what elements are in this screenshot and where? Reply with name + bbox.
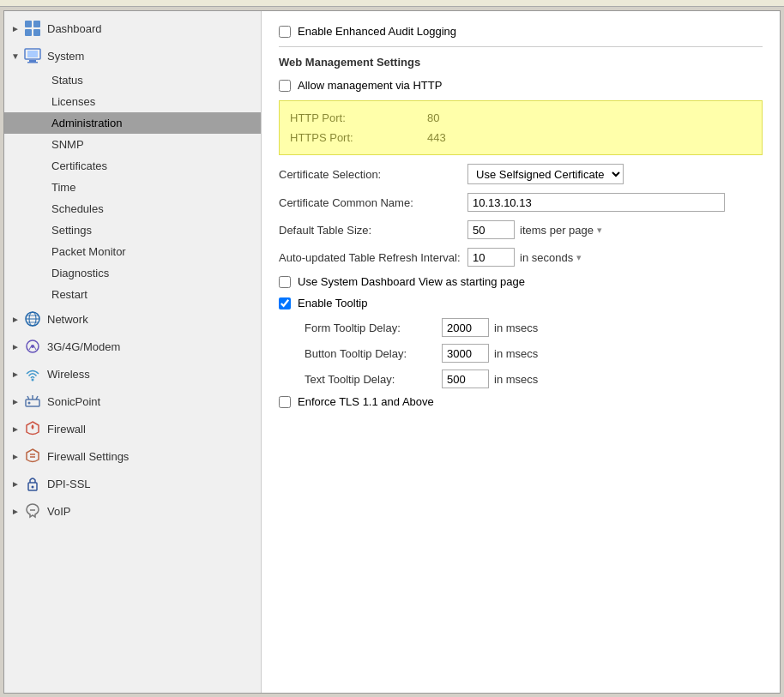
cert-selection-dropdown[interactable]: Use Selfsigned Certificate Use Custom Ce… xyxy=(467,164,624,184)
dpi-ssl-icon xyxy=(23,474,42,493)
svg-rect-7 xyxy=(27,62,38,63)
modem-arrow: ► xyxy=(11,342,20,351)
http-port-value: 80 xyxy=(427,111,439,124)
wireless-icon xyxy=(23,364,42,383)
text-tooltip-delay-row: Text Tooltip Delay: in msecs xyxy=(305,370,763,388)
svg-rect-16 xyxy=(26,400,39,406)
dashboard-label: Dashboard xyxy=(47,22,102,35)
table-size-input[interactable] xyxy=(467,220,515,239)
sidebar-item-restart[interactable]: Restart xyxy=(4,284,261,305)
sidebar-item-wireless[interactable]: ► Wireless xyxy=(4,360,261,388)
snmp-label: SNMP xyxy=(51,138,84,151)
enforce-tls-label[interactable]: Enforce TLS 1.1 and Above xyxy=(298,395,434,408)
dashboard-arrow: ► xyxy=(11,24,20,33)
sidebar-item-system[interactable]: ▼ System xyxy=(4,42,261,69)
svg-point-24 xyxy=(32,486,34,489)
settings-label: Settings xyxy=(51,224,92,237)
wireless-label: Wireless xyxy=(47,368,90,381)
table-refresh-row: Auto-updated Table Refresh Interval: in … xyxy=(279,248,763,267)
sidebar-item-administration[interactable]: Administration xyxy=(4,112,261,134)
svg-point-27 xyxy=(33,509,35,511)
sidebar-item-diagnostics[interactable]: Diagnostics xyxy=(4,262,261,284)
sidebar-item-firewall[interactable]: ► Firewall xyxy=(4,415,261,442)
audit-logging-checkbox[interactable] xyxy=(279,26,291,38)
licenses-label: Licenses xyxy=(51,95,95,108)
firewall-settings-label: Firewall Settings xyxy=(47,450,129,463)
enable-tooltip-checkbox[interactable] xyxy=(279,297,291,309)
http-port-label: HTTP Port: xyxy=(290,111,427,124)
button-tooltip-delay-input[interactable] xyxy=(442,344,489,363)
svg-rect-5 xyxy=(27,51,38,57)
sidebar-item-schedules[interactable]: Schedules xyxy=(4,198,261,219)
svg-rect-1 xyxy=(33,21,40,27)
schedules-label: Schedules xyxy=(51,202,104,215)
table-refresh-label: Auto-updated Table Refresh Interval: xyxy=(279,251,467,264)
tooltip-sub-settings: Form Tooltip Delay: in msecs Button Tool… xyxy=(305,318,763,388)
time-label: Time xyxy=(51,181,75,194)
audit-logging-row: Enable Enhanced Audit Logging xyxy=(279,25,763,38)
audit-logging-label[interactable]: Enable Enhanced Audit Logging xyxy=(298,25,456,38)
cert-common-name-label: Certificate Common Name: xyxy=(279,196,467,209)
table-size-info[interactable]: ▾ xyxy=(597,225,602,236)
svg-point-20 xyxy=(28,402,31,405)
system-label: System xyxy=(47,50,84,63)
dashboard-view-row: Use System Dashboard View as starting pa… xyxy=(279,275,763,288)
allow-http-checkbox[interactable] xyxy=(279,80,291,92)
svg-point-14 xyxy=(31,345,34,348)
voip-arrow: ► xyxy=(11,507,20,515)
table-refresh-input[interactable] xyxy=(467,248,515,267)
network-icon xyxy=(23,309,42,328)
voip-label: VoIP xyxy=(47,505,70,518)
dashboard-view-checkbox[interactable] xyxy=(279,276,291,288)
sonicpoint-arrow: ► xyxy=(11,397,20,406)
https-port-row: HTTPS Port: 443 xyxy=(290,128,751,147)
firewall-label: Firewall xyxy=(47,423,86,436)
dashboard-view-label[interactable]: Use System Dashboard View as starting pa… xyxy=(298,275,525,288)
allow-http-label[interactable]: Allow management via HTTP xyxy=(298,79,442,92)
sidebar-item-settings[interactable]: Settings xyxy=(4,219,261,241)
firewall-settings-icon xyxy=(23,447,42,466)
sonicpoint-icon xyxy=(23,392,42,411)
form-tooltip-delay-input[interactable] xyxy=(442,318,489,337)
sidebar-item-snmp[interactable]: SNMP xyxy=(4,134,261,155)
network-arrow: ► xyxy=(11,315,20,323)
svg-rect-6 xyxy=(29,60,36,62)
system-arrow: ▼ xyxy=(11,51,20,60)
table-refresh-info[interactable]: ▾ xyxy=(576,252,582,263)
sidebar-item-certificates[interactable]: Certificates xyxy=(4,155,261,177)
button-tooltip-delay-unit: in msecs xyxy=(494,347,538,360)
svg-point-15 xyxy=(32,379,34,382)
sidebar-item-dpi-ssl[interactable]: ► DPI-SSL xyxy=(4,470,261,497)
sidebar-item-status[interactable]: Status xyxy=(4,69,261,91)
sidebar-item-licenses[interactable]: Licenses xyxy=(4,91,261,112)
cert-common-name-row: Certificate Common Name: xyxy=(279,193,763,212)
voip-icon xyxy=(23,502,42,520)
text-tooltip-delay-input[interactable] xyxy=(442,370,489,388)
sidebar-item-firewall-settings[interactable]: ► Firewall Settings xyxy=(4,442,261,470)
svg-point-25 xyxy=(30,509,32,511)
sidebar-item-voip[interactable]: ► VoIP xyxy=(4,497,261,525)
enable-tooltip-label[interactable]: Enable Tooltip xyxy=(298,297,367,309)
text-tooltip-delay-unit: in msecs xyxy=(494,373,538,386)
wireless-arrow: ► xyxy=(11,370,20,378)
allow-http-row: Allow management via HTTP xyxy=(279,79,763,92)
sidebar-item-sonicpoint[interactable]: ► SonicPoint xyxy=(4,388,261,415)
enforce-tls-checkbox[interactable] xyxy=(279,396,291,408)
restart-label: Restart xyxy=(51,288,87,301)
sidebar-item-modem[interactable]: ► 3G/4G/Modem xyxy=(4,333,261,360)
http-port-row: HTTP Port: 80 xyxy=(290,108,751,128)
dpi-ssl-arrow: ► xyxy=(11,479,20,488)
cert-common-name-input[interactable] xyxy=(467,193,725,212)
sidebar-item-network[interactable]: ► Network xyxy=(4,305,261,333)
dashboard-icon xyxy=(23,19,42,38)
sidebar-item-packet-monitor[interactable]: Packet Monitor xyxy=(4,241,261,262)
sidebar-item-dashboard[interactable]: ► Dashboard xyxy=(4,15,261,42)
modem-label: 3G/4G/Modem xyxy=(47,340,120,353)
sidebar: ► Dashboard ▼ System Status Licenses Adm… xyxy=(4,11,262,693)
enforce-tls-row: Enforce TLS 1.1 and Above xyxy=(279,395,763,408)
button-tooltip-delay-label: Button Tooltip Delay: xyxy=(305,347,442,360)
cert-selection-label: Certificate Selection: xyxy=(279,168,467,181)
https-port-value: 443 xyxy=(427,131,446,144)
svg-rect-0 xyxy=(25,21,32,27)
sidebar-item-time[interactable]: Time xyxy=(4,177,261,198)
